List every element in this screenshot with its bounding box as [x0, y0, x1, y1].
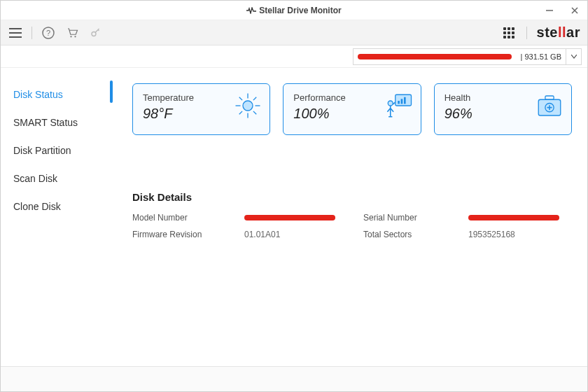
disk-details-grid: Model Number Serial Number Firmware Revi…: [132, 213, 572, 239]
svg-point-2: [70, 36, 71, 37]
sidebar-item-clone-disk[interactable]: Clone Disk: [1, 192, 113, 220]
hamburger-icon: [9, 28, 22, 38]
sidebar-active-indicator: [110, 80, 113, 103]
svg-point-5: [243, 101, 253, 111]
window-title: Stellar Drive Monitor: [246, 6, 341, 15]
toolbar-separator: [526, 27, 527, 39]
help-button[interactable]: ?: [41, 25, 56, 41]
value-firmware: 01.01A01: [244, 230, 363, 239]
sidebar-item-label: Clone Disk: [13, 201, 61, 212]
value-total-sectors: 1953525168: [468, 230, 580, 239]
sidebar-item-scan-disk[interactable]: Scan Disk: [1, 164, 113, 192]
svg-point-3: [74, 36, 76, 37]
svg-point-4: [92, 31, 96, 36]
redacted-bar: [468, 215, 559, 220]
sidebar-item-disk-status[interactable]: Disk Status: [1, 80, 113, 108]
drive-selector[interactable]: | 931.51 GB: [353, 48, 582, 65]
svg-rect-20: [545, 96, 554, 99]
cart-button[interactable]: [64, 25, 80, 41]
sidebar-item-label: Disk Partition: [13, 145, 71, 156]
titlebar: Stellar Drive Monitor: [1, 1, 587, 20]
svg-point-18: [388, 101, 393, 106]
redacted-bar: [244, 215, 335, 220]
brand-logo: stellar: [537, 24, 580, 41]
window-title-text: Stellar Drive Monitor: [259, 6, 341, 15]
footer: [1, 366, 587, 391]
value-model-number: [244, 215, 363, 220]
presentation-icon: [384, 91, 414, 123]
label-serial-number: Serial Number: [363, 213, 468, 223]
label-model-number: Model Number: [132, 213, 244, 223]
value-serial-number: [468, 215, 580, 220]
drive-size: | 931.51 GB: [516, 52, 566, 61]
svg-rect-16: [400, 99, 402, 104]
svg-line-12: [253, 97, 256, 100]
chevron-down-icon: [571, 55, 577, 59]
window-controls: [537, 1, 587, 20]
body: Disk Status SMART Status Disk Partition …: [1, 68, 587, 366]
sidebar-item-disk-partition[interactable]: Disk Partition: [1, 136, 113, 164]
sidebar-item-label: SMART Status: [13, 117, 78, 128]
disk-details-heading: Disk Details: [132, 191, 572, 203]
cart-icon: [66, 27, 78, 39]
card-performance: Performance 100%: [283, 83, 421, 135]
card-health: Health 96%: [434, 83, 572, 135]
menu-button[interactable]: [8, 25, 23, 41]
svg-line-10: [239, 97, 242, 100]
close-button[interactable]: [562, 1, 587, 20]
drive-name-redacted: [358, 54, 512, 59]
svg-text:?: ?: [46, 29, 50, 37]
sun-icon: [233, 91, 262, 123]
toolbar-separator: [31, 27, 32, 39]
key-icon: [90, 27, 102, 39]
svg-rect-15: [398, 101, 400, 104]
sidebar-item-label: Disk Status: [13, 89, 63, 100]
sidebar: Disk Status SMART Status Disk Partition …: [1, 68, 113, 366]
svg-line-13: [239, 111, 242, 114]
grid-icon: [503, 27, 514, 38]
disk-details: Disk Details Model Number Serial Number …: [132, 191, 572, 239]
content: Temperature 98°F Performance 100% Health…: [113, 68, 587, 366]
svg-line-11: [253, 111, 256, 114]
status-cards: Temperature 98°F Performance 100% Health…: [132, 83, 572, 135]
svg-rect-14: [395, 94, 411, 106]
label-firmware: Firmware Revision: [132, 230, 244, 239]
toolbar: ? stellar: [1, 20, 587, 46]
help-icon: ?: [42, 27, 55, 39]
label-total-sectors: Total Sectors: [363, 230, 468, 239]
app-window: Stellar Drive Monitor ?: [0, 0, 588, 392]
heartbeat-icon: [246, 7, 256, 14]
drive-selector-row: | 931.51 GB: [1, 46, 587, 68]
drive-selector-caret[interactable]: [566, 49, 581, 64]
apps-button[interactable]: [501, 25, 517, 41]
minimize-button[interactable]: [537, 1, 562, 20]
sidebar-item-label: Scan Disk: [13, 173, 57, 184]
sidebar-item-smart-status[interactable]: SMART Status: [1, 108, 113, 136]
svg-rect-17: [404, 97, 406, 104]
card-temperature: Temperature 98°F: [132, 83, 270, 135]
medkit-icon: [535, 91, 564, 123]
key-button[interactable]: [88, 25, 104, 41]
